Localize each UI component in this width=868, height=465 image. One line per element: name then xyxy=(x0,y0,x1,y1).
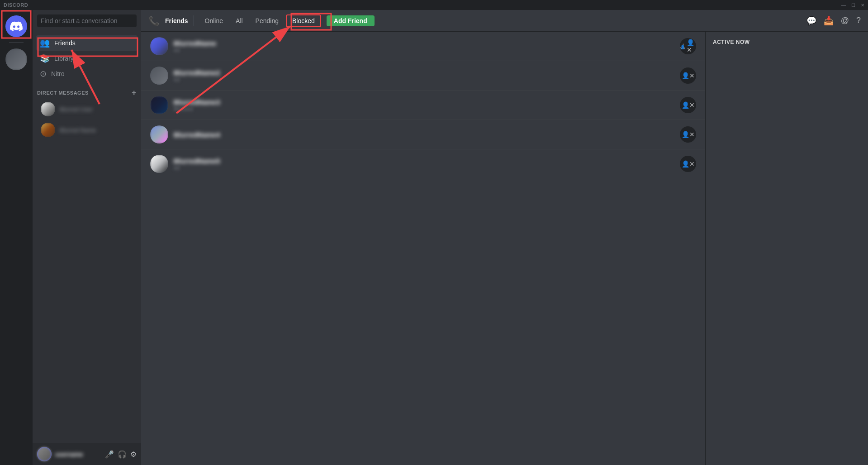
friend-row-4[interactable]: BlurredName4 👤✕ xyxy=(141,120,705,149)
dm-name-2: Blurred Name xyxy=(60,127,96,134)
friends-nav-icon: 📞 xyxy=(148,15,160,26)
friends-list: BlurredName ed 👤 👤✕ BlurredName2 xyxy=(141,32,705,465)
friend-avatar-2 xyxy=(150,67,168,85)
friend-action-5[interactable]: 👤✕ xyxy=(680,156,696,172)
friend-status-5: ed xyxy=(174,165,680,171)
dm-avatar-img-2 xyxy=(41,123,55,137)
dm-name-1: Blurred User xyxy=(60,106,93,113)
download-icon[interactable]: 📥 xyxy=(824,16,834,26)
friend-avatar-5 xyxy=(150,155,168,173)
user-avatar-img xyxy=(37,447,52,461)
main-content: 📞 Friends Online All Pending Blocked Add… xyxy=(141,10,868,465)
close-button[interactable]: ✕ xyxy=(861,3,864,8)
server-icon-1[interactable] xyxy=(5,48,27,70)
friend-status-1: ed xyxy=(174,47,680,53)
friend-action-4[interactable]: 👤✕ xyxy=(680,126,696,143)
friend-name-5: BlurredName5 xyxy=(174,157,680,165)
nav-item-friends[interactable]: 👥 Friends xyxy=(36,35,138,51)
add-friend-button[interactable]: Add Friend xyxy=(327,15,375,26)
nav-separator xyxy=(194,15,194,26)
friend-info-3: BlurredName3 Blocked xyxy=(174,98,680,112)
friend-row-1[interactable]: BlurredName ed 👤 👤✕ xyxy=(141,32,705,61)
tab-pending[interactable]: Pending xyxy=(250,15,284,26)
friend-name-3: BlurredName3 xyxy=(174,98,680,106)
nav-item-nitro-label: Nitro xyxy=(51,70,65,77)
friend-action-3[interactable]: 👤✕ xyxy=(680,97,696,113)
friend-name-4: BlurredName4 xyxy=(174,131,680,139)
friend-info-5: BlurredName5 ed xyxy=(174,157,680,171)
titlebar: DISCORD — ☐ ✕ xyxy=(0,0,868,10)
friend-info-2: BlurredName2 ed xyxy=(174,69,680,83)
username-display: username xyxy=(55,451,101,458)
direct-messages-label: DIRECT MESSAGES xyxy=(37,90,89,96)
friend-avatar-1 xyxy=(150,37,168,55)
friend-info-4: BlurredName4 xyxy=(174,131,680,139)
search-input[interactable] xyxy=(37,14,137,27)
friend-row-3[interactable]: BlurredName3 Blocked 👤✕ xyxy=(141,90,705,120)
svg-text:👤: 👤 xyxy=(680,45,685,50)
server-list xyxy=(0,10,33,465)
dm-avatar-2 xyxy=(41,123,55,137)
friend-avatar-3 xyxy=(150,96,168,114)
user-avatar xyxy=(37,447,52,461)
friend-row-5[interactable]: BlurredName5 ed 👤✕ xyxy=(141,149,705,178)
settings-button[interactable]: ⚙ xyxy=(130,450,137,459)
dm-avatar-img-1 xyxy=(41,102,55,116)
minimize-button[interactable]: — xyxy=(841,3,846,8)
add-dm-button[interactable]: + xyxy=(132,89,137,97)
user-bar: username 🎤 🎧 ⚙ xyxy=(33,443,141,465)
friend-name-1: BlurredName xyxy=(174,39,680,47)
discord-home-button[interactable] xyxy=(5,15,27,37)
dm-item-2[interactable]: Blurred Name xyxy=(36,120,138,140)
search-bar-container xyxy=(33,10,141,32)
dm-avatar-1 xyxy=(41,102,55,116)
tab-blocked[interactable]: Blocked xyxy=(286,14,321,27)
nav-item-friends-label: Friends xyxy=(54,39,76,47)
friends-icon: 👥 xyxy=(40,38,50,48)
dm-sidebar: 👥 Friends 📚 Library ⊙ Nitro DIRECT MESSA… xyxy=(33,10,141,465)
maximize-button[interactable]: ☐ xyxy=(851,3,855,8)
mute-button[interactable]: 🎤 xyxy=(105,450,114,459)
friend-row-2[interactable]: BlurredName2 ed 👤✕ xyxy=(141,61,705,90)
new-message-icon[interactable]: 💬 xyxy=(806,16,816,26)
friend-avatar-4 xyxy=(150,125,168,144)
mention-icon[interactable]: @ xyxy=(841,16,849,25)
friends-heading: Friends xyxy=(165,17,188,24)
server-avatar-1 xyxy=(5,48,27,70)
friend-status-3: Blocked xyxy=(174,106,680,112)
nitro-icon: ⊙ xyxy=(40,69,47,79)
friend-name-2: BlurredName2 xyxy=(174,69,680,77)
tab-all[interactable]: All xyxy=(230,15,248,26)
nav-item-library[interactable]: 📚 Library xyxy=(36,51,138,66)
help-icon[interactable]: ? xyxy=(856,16,861,25)
content-area: BlurredName ed 👤 👤✕ BlurredName2 xyxy=(141,32,868,465)
deafen-button[interactable]: 🎧 xyxy=(118,450,127,459)
friend-action-2[interactable]: 👤✕ xyxy=(680,67,696,84)
nav-item-library-label: Library xyxy=(54,55,74,62)
top-nav: 📞 Friends Online All Pending Blocked Add… xyxy=(141,10,868,32)
titlebar-title: DISCORD xyxy=(4,2,28,8)
server-separator xyxy=(9,43,24,43)
active-now-panel: ACTIVE NOW xyxy=(705,32,868,465)
direct-messages-header: DIRECT MESSAGES + xyxy=(33,81,141,99)
friend-status-2: ed xyxy=(174,77,680,83)
nav-item-nitro[interactable]: ⊙ Nitro xyxy=(36,66,138,81)
app-container: 👥 Friends 📚 Library ⊙ Nitro DIRECT MESSA… xyxy=(0,10,868,465)
friend-info-1: BlurredName ed xyxy=(174,39,680,53)
titlebar-controls: — ☐ ✕ xyxy=(841,3,864,8)
dm-item-1[interactable]: Blurred User xyxy=(36,99,138,119)
tab-online[interactable]: Online xyxy=(199,15,228,26)
user-controls: 🎤 🎧 ⚙ xyxy=(105,450,137,459)
active-now-title: ACTIVE NOW xyxy=(713,39,861,45)
friend-action-1[interactable]: 👤 👤✕ xyxy=(680,38,696,54)
library-icon: 📚 xyxy=(40,53,50,63)
server-avatar-img-1 xyxy=(5,48,27,70)
nav-section: 👥 Friends 📚 Library ⊙ Nitro xyxy=(33,32,141,81)
top-nav-right: 💬 📥 @ ? xyxy=(806,16,861,26)
